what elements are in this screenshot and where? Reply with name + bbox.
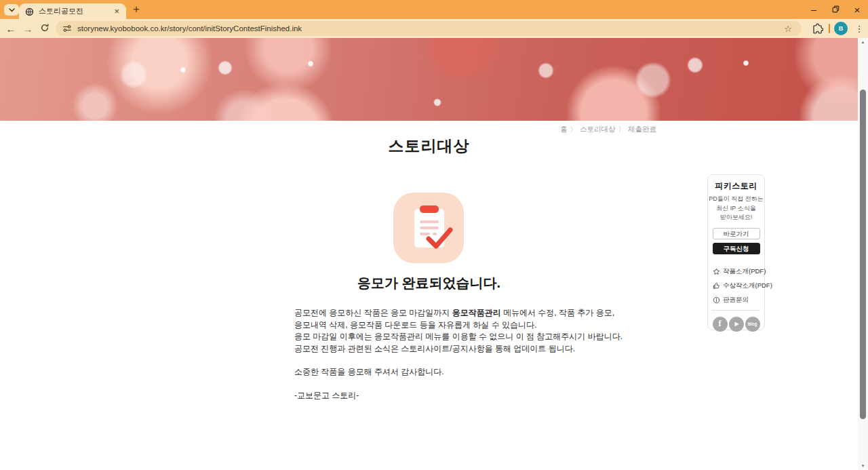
page-title: 스토리대상	[0, 136, 858, 157]
peaky-story-card: 피키스토리 PD들이 직접 전하는 최신 IP 소식을 받아보세요! 바로가기 …	[707, 174, 765, 330]
message-line: 공모전 진행과 관련된 소식은 스토리사이트/공지사항을 통해 업데이트 됩니다…	[294, 343, 715, 355]
clipboard-icon	[414, 209, 444, 248]
breadcrumb-separator: 〉	[570, 125, 578, 133]
breadcrumb: 홈〉스토리대상〉제출완료	[560, 125, 656, 134]
url-text[interactable]: storynew.kyobobook.co.kr/story/cont/init…	[77, 24, 784, 33]
info-icon	[713, 296, 720, 304]
work-intro-pdf-link[interactable]: 작품소개(PDF)	[713, 267, 764, 276]
checkmark-icon	[425, 227, 454, 250]
browser-menu-icon[interactable]: ⋮	[852, 19, 867, 38]
reload-button[interactable]	[37, 19, 53, 38]
globe-favicon-icon	[25, 7, 34, 16]
window-controls: – ×	[803, 0, 868, 19]
message-line: 응모 마감일 이후에는 응모작품관리 메뉴를 이용할 수 없으니 이 점 참고해…	[294, 331, 715, 343]
tab-title: 스토리공모전	[39, 6, 113, 16]
back-button[interactable]: ←	[3, 19, 19, 38]
card-title: 피키스토리	[708, 180, 764, 192]
go-button[interactable]: 바로가기	[713, 228, 760, 239]
site-settings-icon[interactable]	[62, 24, 72, 33]
youtube-icon[interactable]: ▶	[729, 317, 744, 332]
page-content: 홈〉스토리대상〉제출완료 스토리대상 응모가 완료되었습니다. 공모전에 응모하…	[0, 38, 858, 470]
forward-button[interactable]: →	[20, 19, 36, 38]
hero-banner	[0, 38, 858, 121]
restore-icon	[832, 3, 840, 16]
breadcrumb-separator: 〉	[618, 125, 626, 133]
message-line: 공모전에 응모하신 작품은 응모 마감일까지 응모작품관리 메뉴에서 수정, 작…	[294, 307, 715, 319]
submission-complete-icon	[393, 193, 464, 263]
social-links: f ▶ blog	[708, 317, 764, 332]
signature-line: -교보문고 스토리-	[294, 390, 715, 402]
message-line: 응모내역 삭제, 응모작품 다운로드 등을 자유롭게 하실 수 있습니다.	[294, 319, 715, 332]
tab-close-icon[interactable]: ×	[113, 6, 121, 16]
facebook-icon[interactable]: f	[713, 317, 728, 332]
bookmark-star-icon[interactable]: ☆	[784, 24, 792, 34]
pinned-extension-divider	[829, 24, 830, 33]
card-links: 작품소개(PDF) 수상작소개(PDF) 판권문의	[713, 267, 764, 305]
browser-toolbar: ← → storynew.kyobobook.co.kr/story/cont/…	[0, 19, 868, 38]
breadcrumb-home[interactable]: 홈	[560, 125, 568, 133]
subscribe-button[interactable]: 구독신청	[713, 243, 760, 254]
restore-button[interactable]	[825, 0, 846, 19]
card-divider	[712, 310, 760, 311]
thumbs-up-icon	[713, 282, 720, 290]
browser-tab[interactable]: 스토리공모전 ×	[19, 3, 126, 19]
scroll-up-icon[interactable]: ▲	[858, 38, 868, 46]
scrollbar-thumb[interactable]	[860, 90, 866, 419]
browser-titlebar: 스토리공모전 × + – ×	[0, 0, 868, 19]
thanks-line: 소중한 작품을 응모해 주셔서 감사합니다.	[294, 366, 715, 378]
blog-icon[interactable]: blog	[745, 317, 760, 332]
new-tab-button[interactable]: +	[129, 2, 144, 17]
url-bar[interactable]: storynew.kyobobook.co.kr/story/cont/init…	[56, 21, 802, 36]
chevron-down-icon	[9, 8, 15, 12]
close-button[interactable]: ×	[846, 0, 868, 19]
extensions-icon[interactable]	[812, 23, 823, 34]
star-icon	[713, 268, 720, 275]
breadcrumb-contest[interactable]: 스토리대상	[580, 125, 616, 133]
card-description: PD들이 직접 전하는 최신 IP 소식을 받아보세요!	[708, 195, 764, 222]
minimize-button[interactable]: –	[803, 0, 825, 19]
tab-search-button[interactable]	[4, 4, 19, 16]
breadcrumb-current: 제출완료	[628, 125, 656, 133]
page-scrollbar[interactable]: ▲ ▼	[858, 38, 868, 470]
reload-icon	[40, 23, 50, 35]
rights-inquiry-link[interactable]: 판권문의	[713, 296, 764, 305]
winners-intro-pdf-link[interactable]: 수상작소개(PDF)	[713, 281, 764, 290]
profile-avatar[interactable]: B	[834, 22, 848, 35]
completion-message: 공모전에 응모하신 작품은 응모 마감일까지 응모작품관리 메뉴에서 수정, 작…	[294, 307, 715, 402]
scroll-down-icon[interactable]: ▼	[858, 462, 868, 470]
